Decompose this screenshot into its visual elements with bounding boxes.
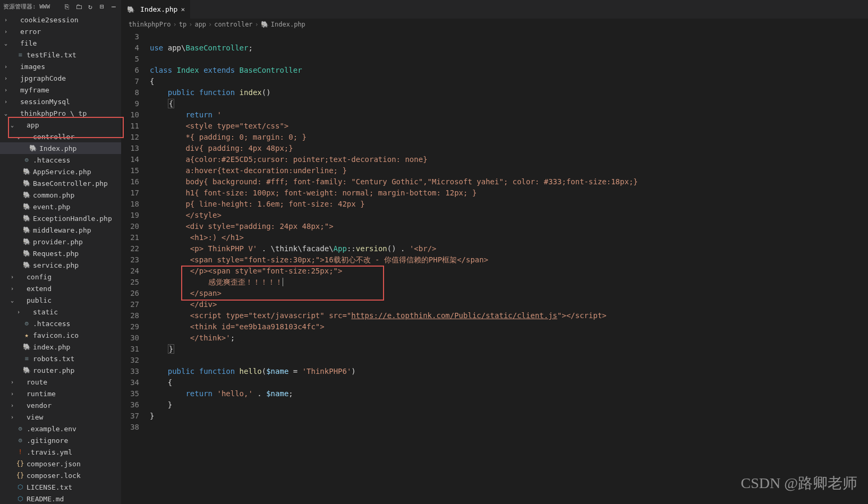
file-item[interactable]: ⚙.htaccess [0, 318, 121, 329]
file-item[interactable]: ★favicon.ico [0, 329, 121, 341]
file-item[interactable]: ⚙.htaccess [0, 154, 121, 166]
f-icon [16, 284, 24, 293]
close-icon[interactable]: × [181, 5, 185, 13]
line-gutter: 3456789101112131415161718192021222324252… [121, 30, 150, 504]
php-icon: 🐘 [22, 226, 31, 234]
file-item[interactable]: 🐘event.php [0, 201, 121, 212]
item-label: myframe [20, 86, 49, 94]
php-icon: 🐘 [22, 261, 31, 269]
folder-item[interactable]: ›route [0, 376, 121, 388]
file-item[interactable]: 🐘Request.php [0, 247, 121, 259]
item-label: README.md [27, 495, 64, 503]
php-icon: 🐘 [126, 5, 135, 14]
env-icon: ⚙ [16, 424, 24, 433]
file-item[interactable]: 🐘index.php [0, 341, 121, 353]
folder-item[interactable]: ›cookie2session [0, 14, 121, 25]
item-label: file [20, 39, 37, 47]
folder-item[interactable]: ›images [0, 61, 121, 72]
item-label: route [27, 378, 47, 386]
refresh-icon[interactable]: ↻ [86, 2, 95, 11]
file-item[interactable]: ⚙.example.env [0, 423, 121, 434]
item-label: static [33, 308, 58, 316]
php-icon: 🐘 [22, 191, 31, 199]
sidebar-title: 资源管理器: WWW [3, 3, 59, 11]
folder-item[interactable]: ›config [0, 271, 121, 283]
file-item[interactable]: {}composer.json [0, 458, 121, 469]
item-label: provider.php [33, 238, 83, 246]
file-item[interactable]: 🐘common.php [0, 189, 121, 201]
folder-item[interactable]: ›extend [0, 283, 121, 294]
file-item[interactable]: ≡robots.txt [0, 353, 121, 364]
file-item[interactable]: 🐘AppService.php [0, 166, 121, 177]
item-label: BaseController.php [33, 180, 108, 187]
item-label: .gitignore [27, 437, 68, 445]
item-label: runtime [27, 390, 56, 398]
file-item[interactable]: ⬡README.md [0, 493, 121, 504]
editor-area: 🐘 Index.php × thinkphpPro› tp› app› cont… [121, 0, 868, 504]
folder-item[interactable]: ›error [0, 25, 121, 37]
file-item[interactable]: !.travis.yml [0, 446, 121, 458]
file-item[interactable]: 🐘BaseController.php [0, 177, 121, 189]
tab-index-php[interactable]: 🐘 Index.php × [121, 0, 190, 19]
item-label: event.php [33, 203, 70, 211]
code-editor[interactable]: 3456789101112131415161718192021222324252… [121, 30, 868, 504]
item-label: Request.php [33, 250, 79, 258]
folder-item[interactable]: ›static [0, 306, 121, 318]
folder-item[interactable]: ›myframe [0, 84, 121, 96]
item-label: vendor [27, 402, 52, 409]
folder-item[interactable]: ⌄public [0, 294, 121, 306]
item-label: sessionMysql [20, 98, 70, 106]
collapse-icon[interactable]: ⊟ [98, 2, 106, 11]
breadcrumb[interactable]: thinkphpPro› tp› app› controller› 🐘 Inde… [121, 19, 868, 30]
folder-item[interactable]: ›sessionMysql [0, 96, 121, 107]
item-label: service.php [33, 261, 79, 269]
more-icon[interactable]: ⋯ [109, 2, 118, 11]
file-tree: ›cookie2session›error⌄file≡testFile.txt›… [0, 13, 121, 504]
php-icon: 🐘 [22, 249, 31, 258]
folder-item[interactable]: ›vendor [0, 399, 121, 411]
new-folder-icon[interactable]: 🗀 [74, 2, 83, 11]
file-item[interactable]: {}composer.lock [0, 469, 121, 481]
code-highlight-box [181, 266, 384, 301]
tree-highlight-box [8, 117, 124, 138]
folder-item[interactable]: ›runtime [0, 388, 121, 399]
watermark: CSDN @路卿老师 [741, 473, 857, 493]
item-label: thinkphpPro \ tp [20, 109, 87, 117]
file-item[interactable]: 🐘service.php [0, 259, 121, 271]
php-icon: 🐘 [261, 21, 269, 28]
f-icon [16, 296, 24, 304]
f-icon [10, 86, 18, 94]
item-label: extend [27, 285, 52, 293]
php-icon: 🐘 [22, 237, 31, 246]
folder-item[interactable]: ⌄file [0, 37, 121, 49]
folder-item[interactable]: ›view [0, 411, 121, 423]
file-item[interactable]: ⚙.gitignore [0, 434, 121, 446]
item-label: .htaccess [33, 320, 70, 328]
f-icon [10, 15, 18, 24]
folder-item[interactable]: ›jpgraphCode [0, 72, 121, 84]
php-icon: 🐘 [29, 144, 37, 152]
new-file-icon[interactable]: ⎘ [63, 2, 71, 11]
file-item[interactable]: 🐘router.php [0, 364, 121, 376]
file-item[interactable]: 🐘Index.php [0, 142, 121, 154]
f-icon [10, 27, 18, 36]
f-icon [22, 307, 31, 316]
txt-icon: ≡ [16, 50, 24, 59]
file-item[interactable]: ≡testFile.txt [0, 49, 121, 61]
php-icon: 🐘 [22, 167, 31, 176]
f-icon [10, 74, 18, 82]
item-label: ExceptionHandle.php [33, 215, 112, 223]
file-item[interactable]: ⬡LICENSE.txt [0, 481, 121, 493]
sidebar: 资源管理器: WWW ⎘ 🗀 ↻ ⊟ ⋯ ›cookie2session›err… [0, 0, 121, 504]
file-item[interactable]: 🐘middleware.php [0, 224, 121, 236]
code-content[interactable]: use app\BaseController; class Index exte… [150, 30, 868, 504]
sidebar-header: 资源管理器: WWW ⎘ 🗀 ↻ ⊟ ⋯ [0, 0, 121, 13]
item-label: .travis.yml [27, 448, 72, 456]
file-item[interactable]: 🐘provider.php [0, 236, 121, 247]
f-icon [16, 389, 24, 398]
file-item[interactable]: 🐘ExceptionHandle.php [0, 212, 121, 224]
item-label: public [27, 296, 52, 304]
item-label: common.php [33, 191, 74, 199]
item-label: index.php [33, 343, 70, 351]
f-icon [16, 272, 24, 281]
